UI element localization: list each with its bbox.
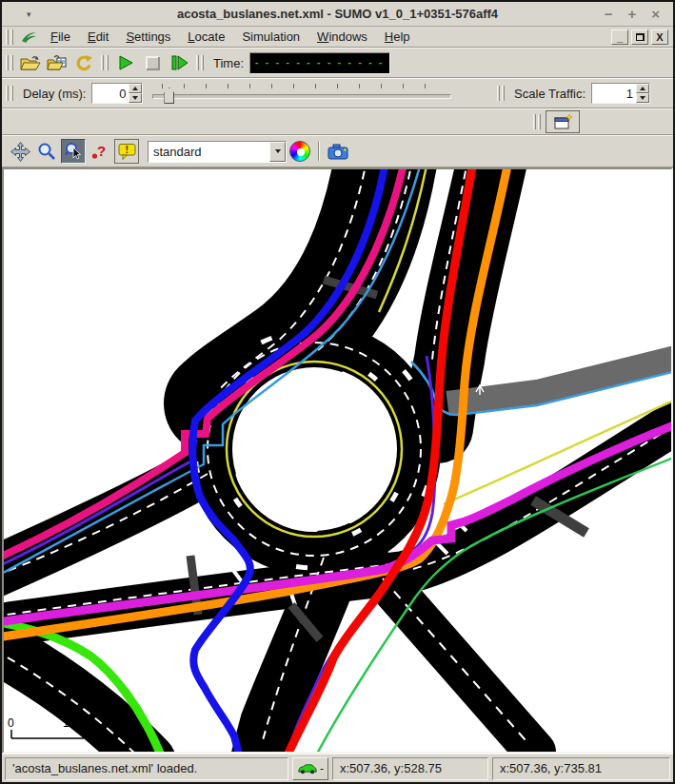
menu-simulation[interactable]: Simulation <box>233 28 308 46</box>
recenter-icon <box>10 142 30 162</box>
minimize-button[interactable]: − <box>605 7 613 21</box>
step-button[interactable] <box>167 50 191 75</box>
mdi-restore-button[interactable] <box>631 29 648 45</box>
toolbar2-grip[interactable] <box>6 86 13 101</box>
stop-button[interactable] <box>140 50 165 75</box>
up-arrow-icon <box>132 84 138 90</box>
message-bubble-icon: ! <box>117 142 137 161</box>
up-arrow-icon <box>640 84 645 90</box>
menubar-grip[interactable] <box>6 29 13 45</box>
sumo-logo-icon <box>21 30 38 44</box>
window-title: acosta_buslanes.net.xml - SUMO v1_0_1+03… <box>2 7 673 21</box>
slider-handle[interactable] <box>164 88 174 104</box>
delay-spin-up[interactable] <box>129 84 142 93</box>
close-button[interactable]: × <box>651 7 660 21</box>
delay-slider[interactable] <box>150 81 453 106</box>
delay-input[interactable]: 0 <box>92 84 129 103</box>
snapshot-button[interactable] <box>326 139 350 164</box>
mdi-controls: _ X <box>611 29 673 45</box>
statusbar: 'acosta_buslanes.net.xml' loaded. - x:50… <box>2 754 673 782</box>
menubar: File Edit Settings Locate Simulation Win… <box>2 27 673 48</box>
menu-settings[interactable]: Settings <box>117 28 179 46</box>
scale-bar-end: 10m <box>63 716 85 730</box>
camera-icon <box>328 144 348 160</box>
play-icon <box>116 53 135 72</box>
menu-windows[interactable]: Windows <box>308 28 376 46</box>
delay-spin-buttons <box>129 84 142 103</box>
reload-icon <box>74 53 93 72</box>
delay-spinner: 0 <box>91 83 143 104</box>
toolbar1-grip2[interactable] <box>101 55 109 70</box>
zoom-icon <box>37 142 56 161</box>
recenter-view-button[interactable] <box>8 139 32 164</box>
toolbar-separator <box>318 142 320 161</box>
scale-spin-buttons <box>636 84 649 103</box>
chevron-down-icon <box>275 149 281 156</box>
toolbar1-grip3[interactable] <box>196 55 204 70</box>
time-label: Time: <box>213 56 244 70</box>
coloring-scheme-value[interactable]: standard <box>149 142 269 162</box>
vehicle-indicator-badge: - <box>320 762 324 775</box>
network-view: 0 10m <box>4 169 671 752</box>
toolbar3-grip[interactable] <box>533 114 541 129</box>
locate-info-button[interactable]: ? <box>88 139 112 164</box>
delay-spin-down[interactable] <box>129 93 142 103</box>
combo-dropdown-button[interactable] <box>269 142 286 162</box>
open-button[interactable] <box>18 50 43 75</box>
menu-file[interactable]: File <box>42 28 79 46</box>
time-display: - - - - - - - - - - - - - - - - <box>249 52 390 74</box>
scale-bar-start: 0 <box>8 716 14 730</box>
message-window-button[interactable]: ! <box>114 139 139 164</box>
open-network-icon <box>47 54 68 71</box>
scale-traffic-input[interactable]: 1 <box>592 84 636 103</box>
restore-icon <box>636 33 645 41</box>
scale-spin-up[interactable] <box>636 84 649 93</box>
coloring-scheme-combo[interactable]: standard <box>148 141 287 163</box>
colorwheel-icon <box>289 141 310 162</box>
maximize-button[interactable]: + <box>627 7 636 21</box>
track-object-button[interactable] <box>61 139 86 164</box>
scale-traffic-spinner: 1 <box>591 83 650 104</box>
menu-locate[interactable]: Locate <box>179 28 233 46</box>
window-menu-icon[interactable]: ▾ <box>27 10 31 19</box>
sumo-window: ▾ acosta_buslanes.net.xml - SUMO v1_0_1+… <box>0 0 675 784</box>
down-arrow-icon <box>132 96 138 103</box>
status-coord-mouse: x:507.36, y:528.75 <box>332 757 488 780</box>
menu-edit[interactable]: Edit <box>79 28 117 46</box>
down-arrow-icon <box>640 96 645 103</box>
edit-coloring-button[interactable] <box>288 139 312 164</box>
roundabout-island <box>232 367 396 531</box>
open-icon <box>20 54 41 71</box>
toolbar-delay-scale: Delay (ms): 0 Scale Traffic: 1 <box>2 78 673 108</box>
menu-help[interactable]: Help <box>376 28 419 46</box>
slider-ticks <box>162 84 446 88</box>
scale-traffic-label: Scale Traffic: <box>514 87 586 101</box>
track-magnifier-cursor-icon <box>64 142 83 161</box>
new-view-button[interactable] <box>546 110 580 133</box>
svg-text:!: ! <box>125 144 129 155</box>
network-canvas[interactable]: 0 10m <box>2 167 673 754</box>
svg-text:?: ? <box>97 143 106 159</box>
reload-button[interactable] <box>71 50 96 75</box>
toolbar-file-sim: Time: - - - - - - - - - - - - - - - - <box>2 48 673 78</box>
play-button[interactable] <box>113 50 138 75</box>
slider-groove[interactable] <box>152 94 451 99</box>
toolbar2-grip2[interactable] <box>497 86 505 101</box>
toolbar1-grip[interactable] <box>6 55 13 70</box>
scale-spin-down[interactable] <box>636 93 649 103</box>
titlebar: ▾ acosta_buslanes.net.xml - SUMO v1_0_1+… <box>2 2 673 27</box>
question-cursor-icon: ? <box>90 142 109 161</box>
stop-icon <box>143 53 162 72</box>
step-icon <box>169 53 189 72</box>
delay-label: Delay (ms): <box>23 87 86 101</box>
toolbar-view-settings: ? ! standard <box>2 135 673 167</box>
time-value: - - - - - - - - - - - - - - - - <box>254 58 390 68</box>
status-coord-origin: x:507.36, y:735.81 <box>492 757 670 780</box>
zoom-button[interactable] <box>34 139 59 164</box>
vehicle-indicator-button[interactable]: - <box>292 757 328 780</box>
open-network-button[interactable] <box>45 50 69 75</box>
status-message: 'acosta_buslanes.net.xml' loaded. <box>5 757 288 780</box>
mdi-minimize-button[interactable]: _ <box>611 29 628 45</box>
window-controls: − + × <box>605 7 673 21</box>
mdi-close-button[interactable]: X <box>651 29 668 45</box>
